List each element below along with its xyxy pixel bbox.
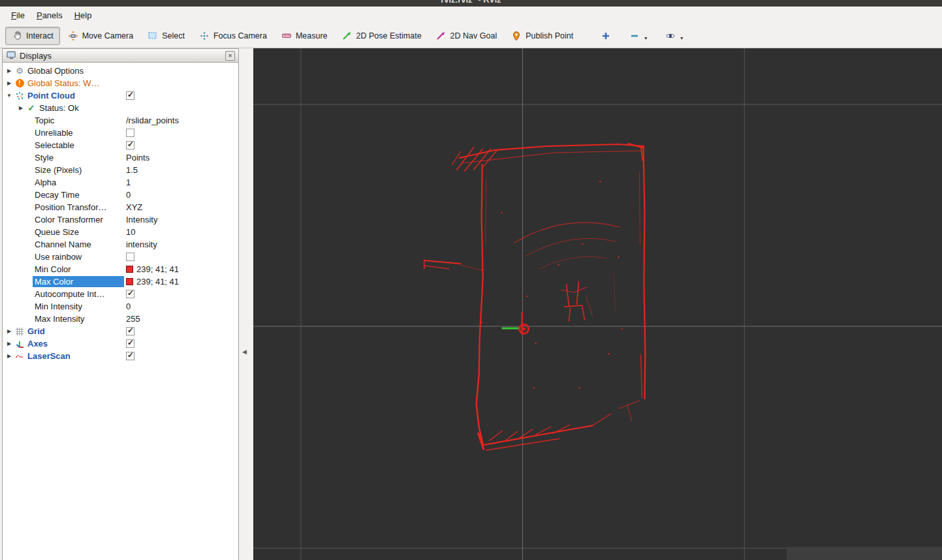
- display-row-grid[interactable]: ▶Grid: [3, 325, 238, 337]
- panel-splitter[interactable]: ◀: [239, 48, 253, 560]
- display-row-autocompute-int[interactable]: Autocompute Int…: [3, 288, 238, 300]
- property-value[interactable]: 0: [126, 190, 131, 200]
- 3d-scene[interactable]: [253, 48, 942, 560]
- property-value[interactable]: 1.5: [126, 165, 138, 175]
- tool-label: 2D Pose Estimate: [356, 31, 422, 40]
- menu-help[interactable]: Help: [69, 8, 98, 22]
- checkbox[interactable]: [126, 91, 134, 100]
- display-row-laserscan[interactable]: ▶LaserScan: [3, 350, 238, 362]
- indent-spacer: [3, 132, 33, 133]
- tool-2d-nav-goal[interactable]: 2D Nav Goal: [430, 27, 504, 45]
- gear-icon: ⚙: [14, 67, 25, 75]
- tool-interact[interactable]: Interact: [5, 27, 60, 45]
- add-tool-button[interactable]: [594, 27, 618, 45]
- expand-arrow-icon[interactable]: ▶: [5, 341, 14, 347]
- display-row-max-color[interactable]: Max Color239; 41; 41: [3, 275, 238, 288]
- property-value[interactable]: Intensity: [126, 215, 157, 225]
- display-row-global-options[interactable]: ▶⚙Global Options: [3, 65, 238, 77]
- display-row-topic[interactable]: Topic/rslidar_points: [3, 114, 238, 127]
- checkbox[interactable]: [126, 327, 134, 335]
- property-value[interactable]: Points: [126, 153, 149, 163]
- row-value-cell: 255: [124, 314, 238, 324]
- display-row-global-status-w[interactable]: ▶!Global Status: W…: [3, 77, 238, 89]
- property-value[interactable]: XYZ: [126, 202, 142, 212]
- tool-focus-camera[interactable]: Focus Camera: [193, 27, 274, 45]
- checkbox[interactable]: [126, 141, 134, 149]
- indent-spacer: [3, 319, 33, 319]
- display-row-channel-name[interactable]: Channel Nameintensity: [3, 238, 238, 251]
- display-row-alpha[interactable]: Alpha1: [3, 176, 238, 189]
- collapse-arrow-icon[interactable]: ▼: [5, 93, 14, 99]
- indent-spacer: [3, 281, 33, 282]
- indent-spacer: [3, 294, 33, 294]
- tool-select[interactable]: Select: [141, 27, 191, 45]
- property-value[interactable]: 1: [126, 178, 131, 187]
- checkbox[interactable]: [126, 352, 134, 360]
- display-row-selectable[interactable]: Selectable: [3, 139, 238, 151]
- menu-panels[interactable]: Panels: [31, 8, 69, 22]
- row-label-cell: Unreliable: [3, 127, 124, 139]
- display-row-size-pixels[interactable]: Size (Pixels)1.5: [3, 164, 238, 176]
- close-panel-button[interactable]: ×: [225, 51, 235, 61]
- display-row-style[interactable]: StylePoints: [3, 151, 238, 164]
- display-row-min-intensity[interactable]: Min Intensity0: [3, 300, 238, 313]
- expand-arrow-icon[interactable]: ▶: [5, 328, 14, 334]
- display-row-min-color[interactable]: Min Color239; 41; 41: [3, 263, 238, 275]
- indent-spacer: [3, 219, 33, 220]
- display-row-decay-time[interactable]: Decay Time0: [3, 189, 238, 201]
- display-row-queue-size[interactable]: Queue Size10: [3, 226, 238, 238]
- dropdown-caret-icon[interactable]: ▾: [680, 35, 683, 41]
- property-label: Axes: [25, 338, 124, 349]
- property-label: Topic: [33, 115, 124, 126]
- row-label-cell: ▼Point Cloud: [3, 89, 124, 102]
- expand-arrow-icon[interactable]: ▶: [5, 68, 14, 74]
- property-value[interactable]: 239; 41; 41: [136, 264, 179, 274]
- expand-arrow-icon[interactable]: ▶: [16, 105, 25, 111]
- tool-publish-point[interactable]: Publish Point: [505, 27, 580, 45]
- checkbox[interactable]: [126, 339, 134, 348]
- display-row-color-transformer[interactable]: Color TransformerIntensity: [3, 213, 238, 226]
- indent-spacer: [3, 257, 33, 257]
- collapse-panel-icon[interactable]: ◀: [242, 349, 247, 355]
- viewport-3d[interactable]: [253, 48, 942, 560]
- display-row-position-transfor[interactable]: Position Transfor…XYZ: [3, 201, 238, 213]
- displays-panel-header[interactable]: Displays ×: [3, 49, 238, 63]
- checkbox[interactable]: [126, 129, 134, 137]
- row-label-cell: Size (Pixels): [3, 164, 124, 176]
- property-value[interactable]: intensity: [126, 240, 157, 249]
- row-label-cell: Max Color: [3, 275, 124, 288]
- expand-arrow-icon[interactable]: ▶: [5, 353, 14, 359]
- property-value[interactable]: /rslidar_points: [126, 116, 179, 125]
- window-title: rviz.rviz* - RViz: [441, 0, 501, 7]
- row-value-cell: 10: [124, 227, 238, 237]
- select-box-icon: [148, 31, 158, 41]
- display-row-point-cloud[interactable]: ▼Point Cloud: [3, 89, 238, 102]
- property-value[interactable]: 0: [126, 302, 131, 311]
- display-row-status-ok[interactable]: ▶✓Status: Ok: [3, 102, 238, 114]
- focus-camera-icon: [199, 31, 210, 41]
- row-value-cell: 239; 41; 41: [124, 264, 238, 274]
- display-row-axes[interactable]: ▶Axes: [3, 337, 238, 350]
- tool-move-camera[interactable]: Move Camera: [61, 27, 140, 45]
- row-label-cell: Alpha: [3, 176, 124, 189]
- remove-tool-button[interactable]: ▾: [623, 27, 653, 45]
- checkbox[interactable]: [126, 290, 134, 298]
- display-row-use-rainbow[interactable]: Use rainbow: [3, 251, 238, 263]
- display-row-unreliable[interactable]: Unreliable: [3, 127, 238, 139]
- property-label: LaserScan: [25, 350, 124, 362]
- property-value[interactable]: 10: [126, 227, 135, 237]
- tool-2d-pose-estimate[interactable]: 2D Pose Estimate: [336, 27, 428, 45]
- checkbox[interactable]: [126, 253, 134, 261]
- property-value[interactable]: 239; 41; 41: [136, 277, 179, 287]
- property-value[interactable]: 255: [126, 314, 140, 324]
- dropdown-caret-icon[interactable]: ▾: [644, 35, 647, 41]
- axes-icon: [14, 339, 25, 349]
- row-label-cell: Min Intensity: [3, 300, 124, 313]
- grid-icon: [14, 327, 25, 336]
- menu-file[interactable]: File: [5, 8, 31, 22]
- expand-arrow-icon[interactable]: ▶: [5, 80, 14, 86]
- tool-measure[interactable]: Measure: [275, 27, 334, 45]
- visibility-tool-button[interactable]: ▾: [659, 27, 689, 45]
- display-row-max-intensity[interactable]: Max Intensity255: [3, 313, 238, 325]
- property-label: Channel Name: [33, 239, 124, 250]
